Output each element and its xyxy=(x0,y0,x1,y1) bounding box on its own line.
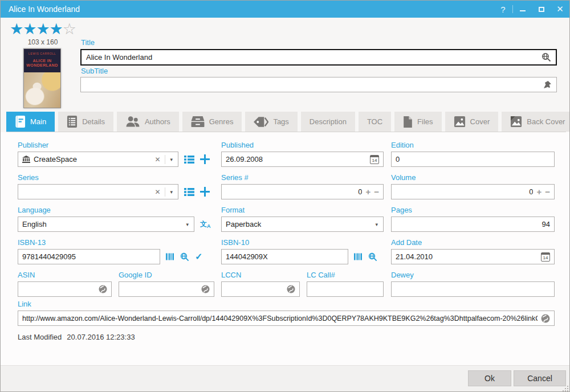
decrement-icon[interactable]: − xyxy=(545,187,550,196)
book-cover-thumbnail: LEWIS CARROLL ALICE IN WONDERLAND xyxy=(23,48,61,108)
isbn13-search-icon[interactable] xyxy=(180,252,189,262)
tab-back-cover[interactable]: Back Cover xyxy=(502,112,570,132)
rating-control[interactable]: ★★★★☆ xyxy=(9,21,77,37)
validate-check-icon[interactable]: ✓ xyxy=(195,251,202,262)
tab-tags[interactable]: Tags xyxy=(245,112,297,132)
tab-label: Tags xyxy=(273,117,288,126)
isbn10-search-icon[interactable] xyxy=(368,252,377,262)
tab-authors[interactable]: Authors xyxy=(117,112,179,132)
resize-grip[interactable] xyxy=(561,385,568,391)
link-input[interactable]: http://www.amazon.com/Alice-Wonderland-L… xyxy=(18,311,555,326)
tab-label: TOC xyxy=(367,117,382,126)
ok-button[interactable]: Ok xyxy=(468,370,511,386)
last-modified-value: 20.07.2016 12:23:33 xyxy=(67,333,135,341)
drawers-icon xyxy=(191,116,205,128)
tab-cover[interactable]: Cover xyxy=(445,112,499,132)
increment-icon[interactable]: + xyxy=(536,187,542,196)
cancel-button[interactable]: Cancel xyxy=(514,370,566,386)
globe-icon[interactable] xyxy=(201,285,210,293)
maximize-button[interactable] xyxy=(532,1,551,18)
tab-label: Main xyxy=(30,117,46,126)
dewey-input[interactable] xyxy=(391,281,555,297)
image-icon xyxy=(454,116,466,128)
publisher-combobox[interactable]: CreateSpace ✕ ▾ xyxy=(18,152,178,167)
star-empty-icon[interactable]: ☆ xyxy=(63,21,76,38)
star-icon[interactable]: ★ xyxy=(50,21,63,38)
format-group: Format Paperback ▾ xyxy=(221,206,384,232)
chevron-down-icon[interactable]: ▾ xyxy=(169,189,174,195)
asin-label: ASIN xyxy=(18,271,112,279)
volume-stepper[interactable]: 0 + − xyxy=(391,184,555,199)
publisher-list-button[interactable] xyxy=(184,156,194,164)
series-combobox[interactable]: ✕ ▾ xyxy=(18,184,178,199)
link-group: Link http://www.amazon.com/Alice-Wonderl… xyxy=(18,300,555,326)
subtitle-input[interactable] xyxy=(80,77,557,92)
series-number-group: Series # 0 + − xyxy=(221,173,384,199)
star-icon[interactable]: ★ xyxy=(36,21,49,38)
edition-label: Edition xyxy=(391,141,555,149)
publisher-label: Publisher xyxy=(18,141,210,149)
tab-genres[interactable]: Genres xyxy=(182,112,242,132)
close-button[interactable]: ✕ xyxy=(551,1,569,18)
google-id-input[interactable] xyxy=(119,281,214,297)
edition-input[interactable]: 0 xyxy=(391,152,555,167)
decrement-icon[interactable]: − xyxy=(374,187,379,196)
lc-call-input[interactable] xyxy=(307,281,384,297)
last-modified: Last Modified 20.07.2016 12:23:33 xyxy=(18,333,135,341)
add-publisher-button[interactable] xyxy=(200,154,210,164)
window-controls: ? ✕ xyxy=(494,1,569,18)
add-series-button[interactable] xyxy=(200,187,210,197)
minimize-button[interactable] xyxy=(513,1,532,18)
increment-icon[interactable]: + xyxy=(365,187,370,196)
web-search-icon[interactable] xyxy=(542,52,551,62)
chevron-down-icon[interactable]: ▾ xyxy=(169,157,174,162)
help-button[interactable]: ? xyxy=(494,1,512,18)
tab-label: Authors xyxy=(145,117,170,126)
cover-title-text: ALICE IN WONDERLAND xyxy=(24,59,60,68)
isbn10-input[interactable]: 144042909X xyxy=(221,249,348,264)
volume-group: Volume 0 + − xyxy=(391,173,555,199)
tab-description[interactable]: Description xyxy=(301,112,355,132)
published-date-input[interactable]: 26.09.2008 14 xyxy=(221,152,384,167)
isbn13-input[interactable]: 9781440429095 xyxy=(18,249,160,264)
pages-input[interactable]: 94 xyxy=(391,217,555,232)
tab-toc[interactable]: TOC xyxy=(359,112,391,132)
format-select[interactable]: Paperback ▾ xyxy=(221,217,384,232)
chevron-down-icon[interactable]: ▾ xyxy=(374,222,379,227)
open-link-globe-icon[interactable] xyxy=(541,314,550,323)
series-number-stepper[interactable]: 0 + − xyxy=(221,184,384,199)
published-label: Published xyxy=(221,141,384,149)
series-list-button[interactable] xyxy=(184,188,194,196)
add-date-input[interactable]: 21.04.2010 14 xyxy=(391,249,555,264)
pin-icon[interactable] xyxy=(543,80,552,89)
clear-icon[interactable]: ✕ xyxy=(153,156,161,164)
chevron-down-icon[interactable]: ▾ xyxy=(185,222,190,227)
tab-main[interactable]: Main xyxy=(6,112,55,132)
series-number-label: Series # xyxy=(221,173,384,182)
clear-icon[interactable]: ✕ xyxy=(153,188,161,196)
barcode-icon[interactable] xyxy=(354,253,363,260)
footer: Ok Cancel xyxy=(1,365,569,392)
globe-icon[interactable] xyxy=(287,285,295,293)
title-label: Title xyxy=(81,38,95,47)
calendar-icon[interactable]: 14 xyxy=(541,252,550,262)
tab-files[interactable]: Files xyxy=(394,112,441,132)
asin-input[interactable] xyxy=(18,281,112,297)
google-id-label: Google ID xyxy=(119,271,214,279)
translate-icon[interactable]: 文A xyxy=(200,219,211,229)
lccn-input[interactable] xyxy=(221,281,300,297)
language-select[interactable]: English ▾ xyxy=(18,217,194,232)
star-icon[interactable]: ★ xyxy=(10,21,23,38)
star-icon[interactable]: ★ xyxy=(23,21,36,38)
tab-details[interactable]: Details xyxy=(58,112,113,132)
title-input[interactable]: Alice In Wonderland xyxy=(80,49,557,66)
list-icon xyxy=(67,115,78,128)
language-label: Language xyxy=(18,206,211,214)
calendar-icon[interactable]: 14 xyxy=(370,155,379,164)
file-icon xyxy=(403,116,413,128)
barcode-icon[interactable] xyxy=(166,253,174,260)
globe-icon[interactable] xyxy=(99,285,107,293)
tab-label: Details xyxy=(82,117,105,126)
tab-label: Genres xyxy=(209,117,234,126)
format-label: Format xyxy=(221,206,384,214)
